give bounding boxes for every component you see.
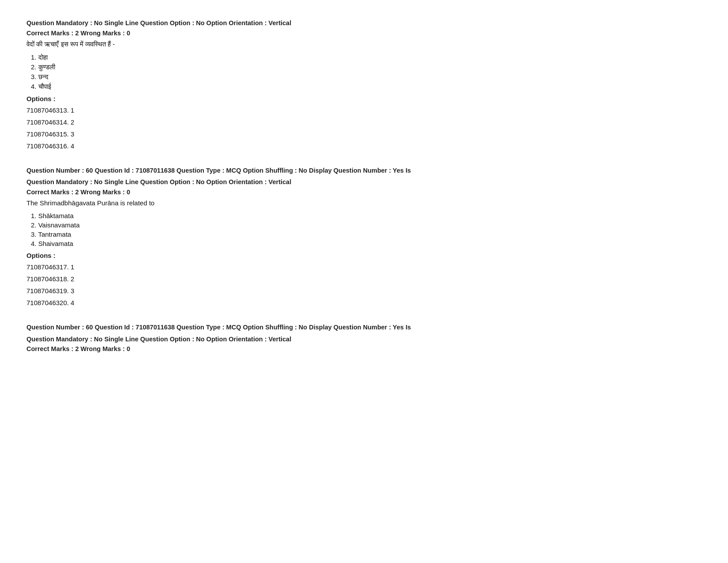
meta-line-3a: Question Number : 60 Question Id : 71087… <box>26 322 702 333</box>
option-id-item: 71087046319. 3 <box>26 285 702 297</box>
meta-line-3b: Question Mandatory : No Single Line Ques… <box>26 334 702 345</box>
meta-line-1: Question Mandatory : No Single Line Ques… <box>26 18 702 29</box>
option-ids-2: 71087046317. 1 71087046318. 2 7108704631… <box>26 261 702 309</box>
choice-item: 3. Tantramata <box>31 230 702 238</box>
choice-item: 2. Vaisnavamata <box>31 221 702 229</box>
meta-line-2a: Question Number : 60 Question Id : 71087… <box>26 165 702 176</box>
choices-list-2: 1. Shāktamata 2. Vaisnavamata 3. Tantram… <box>26 212 702 247</box>
option-id-item: 71087046316. 4 <box>26 140 702 152</box>
options-label-2: Options : <box>26 252 702 259</box>
option-id-item: 71087046314. 2 <box>26 116 702 128</box>
choice-item: 4. Shaivamata <box>31 240 702 247</box>
meta-line-2b: Question Mandatory : No Single Line Ques… <box>26 177 702 188</box>
choice-item: 3. छन्द <box>31 73 702 81</box>
choice-item: 4. चौपाई <box>31 83 702 91</box>
options-label-1: Options : <box>26 95 702 102</box>
option-id-item: 71087046318. 2 <box>26 273 702 285</box>
question-block-59: Question Mandatory : No Single Line Ques… <box>26 18 702 152</box>
choice-item: 1. Shāktamata <box>31 212 702 219</box>
question-block-60a: Question Number : 60 Question Id : 71087… <box>26 165 702 309</box>
question-block-60b: Question Number : 60 Question Id : 71087… <box>26 322 702 352</box>
choice-item: 1. दोहा <box>31 53 702 61</box>
marks-line-3: Correct Marks : 2 Wrong Marks : 0 <box>26 345 702 352</box>
question-text-2: The Shrimadbhāgavata Purāna is related t… <box>26 199 702 207</box>
marks-line-1: Correct Marks : 2 Wrong Marks : 0 <box>26 30 702 37</box>
choices-list-1: 1. दोहा 2. कुण्डली 3. छन्द 4. चौपाई <box>26 53 702 91</box>
option-id-item: 71087046317. 1 <box>26 261 702 273</box>
option-ids-1: 71087046313. 1 71087046314. 2 7108704631… <box>26 104 702 152</box>
option-id-item: 71087046320. 4 <box>26 297 702 309</box>
option-id-item: 71087046315. 3 <box>26 128 702 140</box>
option-id-item: 71087046313. 1 <box>26 104 702 116</box>
marks-line-2: Correct Marks : 2 Wrong Marks : 0 <box>26 189 702 196</box>
choice-item: 2. कुण्डली <box>31 63 702 71</box>
question-text-1: वेदों की ऋचाएँ इस रूप में व्यवस्थित हैं … <box>26 40 702 48</box>
